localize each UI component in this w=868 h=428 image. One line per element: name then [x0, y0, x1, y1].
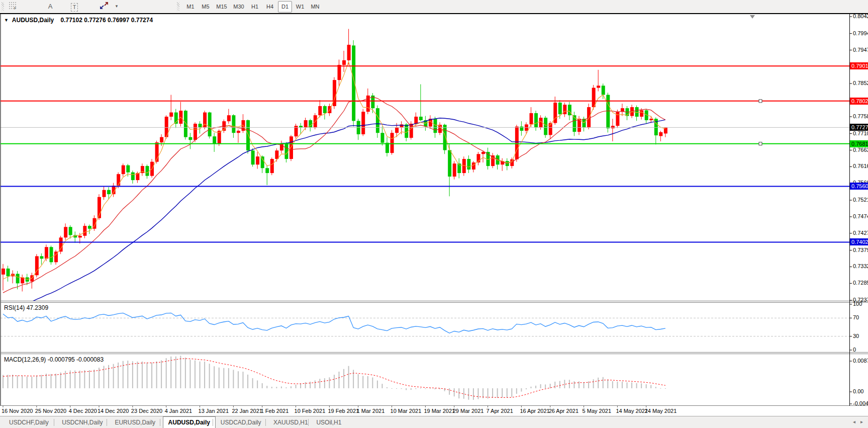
macd-bar [79, 371, 80, 388]
candle-body [59, 237, 63, 251]
candle-body [208, 113, 212, 137]
macd-bar [161, 360, 162, 388]
date-axis-label: 4 Jan 2021 [165, 408, 192, 414]
tab-audusd[interactable]: AUDUSD,Daily [163, 416, 216, 428]
macd-bar [142, 362, 143, 388]
symbol-dropdown-icon[interactable]: ▼ [4, 18, 9, 23]
rsi-axis-tick: 100 [853, 301, 862, 307]
macd-bar [564, 380, 565, 388]
pane-separator[interactable] [0, 301, 868, 301]
candle-body [16, 274, 20, 283]
tab-usoil[interactable]: USOil,H1 [311, 417, 346, 428]
tab-usdcnh[interactable]: USDCNH,Daily [57, 417, 108, 428]
tab-eurusd[interactable]: EURUSD,Daily [110, 417, 160, 428]
macd-bar [276, 387, 277, 388]
macd-bar [104, 366, 105, 388]
macd-bar [603, 377, 604, 388]
date-axis-label: 25 Nov 2020 [35, 408, 66, 414]
date-axis-label: 10 Feb 2021 [295, 408, 326, 414]
macd-bar [300, 384, 301, 388]
candle-body [563, 105, 566, 114]
chart-title: ▼ AUDUSD,Daily 0.77102 0.77276 0.76997 0… [4, 17, 153, 24]
pane-separator[interactable] [0, 302, 868, 303]
macd-bar [353, 370, 354, 388]
candle-body [347, 45, 351, 60]
candle-body [640, 110, 643, 117]
macd-bar [185, 358, 186, 388]
hline-handle[interactable] [759, 100, 762, 103]
candle-body [169, 113, 173, 117]
macd-bar [147, 363, 148, 388]
macd-bar [488, 388, 489, 398]
macd-bar [473, 388, 474, 400]
macd-bar [420, 388, 421, 389]
candle-body [338, 65, 341, 80]
candle-body [2, 269, 5, 275]
macd-bar [573, 381, 574, 388]
candle-body [265, 168, 269, 173]
candle-body [213, 136, 216, 143]
date-axis-label: 7 Apr 2021 [487, 408, 513, 414]
chart-shift-marker-icon[interactable] [750, 15, 755, 19]
candle-body [290, 136, 293, 159]
tab-usdcad[interactable]: USDCAD,Daily [216, 417, 266, 428]
tab-usdchf[interactable]: USDCHF,Daily [4, 417, 54, 428]
macd-bar [93, 370, 94, 388]
price-chart[interactable] [0, 0, 868, 428]
macd-bar [526, 388, 527, 389]
pane-separator[interactable] [0, 352, 868, 353]
price-axis-tick: 0.73320 [853, 263, 868, 269]
macd-bar [55, 374, 56, 388]
date-axis-label: 13 Jan 2021 [199, 408, 229, 414]
tab-scroll-right-icon[interactable]: ▸ [860, 419, 863, 424]
date-axis-label: 5 May 2021 [583, 408, 611, 414]
pane-separator[interactable] [0, 354, 868, 354]
macd-bar [502, 388, 503, 397]
macd-bar [175, 357, 176, 388]
pane-separator [0, 405, 868, 406]
tab-separator [265, 419, 266, 426]
macd-bar [665, 388, 666, 389]
candle-body [199, 124, 202, 127]
macd-bar [655, 387, 656, 388]
macd-bar [497, 388, 498, 398]
candle-body [7, 269, 10, 276]
hline-handle[interactable] [759, 142, 762, 145]
candle-body [611, 126, 615, 128]
candle-body [376, 108, 379, 133]
tab-scroll-left-icon[interactable]: ◂ [853, 419, 855, 424]
macd-bar [468, 388, 469, 400]
macd-bar [214, 366, 215, 388]
rsi-label: RSI(14) 47.2309 [4, 304, 48, 311]
macd-bar [411, 388, 412, 390]
macd-bar [425, 388, 426, 389]
macd-bar [315, 380, 316, 388]
date-axis-label: 1 Mar 2021 [357, 408, 385, 414]
candle-body [385, 143, 389, 153]
price-level-label: 0.76813 [850, 140, 868, 147]
macd-bar [310, 382, 311, 388]
candle-body [126, 165, 130, 173]
tab-xauusd[interactable]: XAUUSD,H1 [268, 417, 313, 428]
candle-body [419, 117, 423, 120]
macd-bar [535, 386, 536, 388]
candle-body [188, 137, 192, 140]
candle-body [520, 127, 523, 131]
candle-body [280, 143, 283, 150]
price-level-label: 0.78024 [850, 98, 868, 105]
macd-label: MACD(12,26,9) -0.000795 -0.000083 [4, 356, 104, 363]
macd-bar [305, 382, 306, 388]
macd-bar [233, 370, 234, 388]
symbol-tab-bar: ◂ ▸ USDCHF,DailyUSDCNH,DailyEURUSD,Daily… [0, 416, 868, 428]
macd-bar [151, 363, 152, 388]
candle-body [410, 124, 413, 138]
main-pane[interactable] [1, 29, 849, 313]
candle-body [414, 117, 418, 124]
macd-bar [430, 388, 431, 389]
candle-body [304, 120, 308, 127]
candle-body [256, 156, 259, 164]
rsi-pane[interactable] [1, 313, 849, 336]
macd-bar [329, 377, 330, 388]
macd-bar [435, 388, 436, 389]
macd-axis-tick: 0.00 [853, 388, 863, 394]
